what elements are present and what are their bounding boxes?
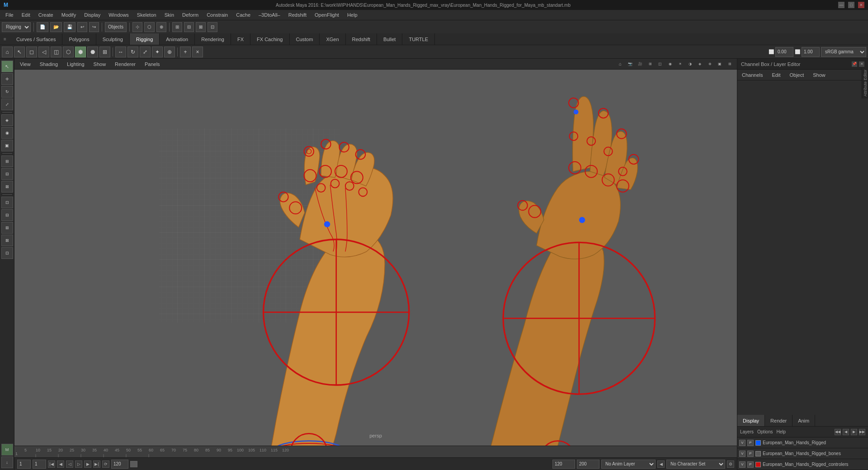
- menu-deform[interactable]: Deform: [179, 11, 202, 19]
- ctx-select[interactable]: ↖: [14, 47, 25, 57]
- tool-region[interactable]: ⊠: [1, 181, 13, 193]
- maximize-button[interactable]: □: [848, 2, 854, 8]
- vp-aov[interactable]: ◈: [695, 60, 704, 68]
- layer-item-2[interactable]: V P European_Man_Hands_Rigged_bones: [737, 448, 868, 459]
- snap1-btn[interactable]: ⊞: [172, 22, 182, 32]
- ctx-brush[interactable]: ◁: [38, 47, 49, 57]
- vp-hud[interactable]: ▣: [715, 60, 724, 68]
- snap2-btn[interactable]: ⊟: [184, 22, 194, 32]
- close-button[interactable]: ✕: [858, 2, 864, 8]
- layer-p-3[interactable]: P: [747, 461, 754, 468]
- tool-annotate[interactable]: ⊟: [1, 168, 13, 180]
- pin-btn[interactable]: 📌: [852, 61, 857, 67]
- layers-prev2-btn[interactable]: ◀: [843, 429, 849, 435]
- rp-channels[interactable]: Channels: [739, 71, 765, 79]
- tool-scale[interactable]: ⤢: [1, 99, 13, 110]
- ctx-scale[interactable]: ⤢: [140, 47, 151, 57]
- tab-redshift[interactable]: Redshift: [346, 33, 377, 45]
- vp-menu-view[interactable]: View: [17, 61, 33, 68]
- menu-windows[interactable]: Windows: [105, 11, 132, 19]
- tab-polygons[interactable]: Polygons: [62, 33, 96, 45]
- rp-tab-render[interactable]: Render: [765, 415, 793, 426]
- tool-bottom[interactable]: ↓: [1, 456, 13, 468]
- tool-move[interactable]: ✛: [1, 73, 13, 85]
- panel-close-btn[interactable]: ✕: [859, 61, 864, 67]
- tab-rendering[interactable]: Rendering: [195, 33, 231, 45]
- tab-sculpting[interactable]: Sculpting: [96, 33, 130, 45]
- ctx-soft[interactable]: ◫: [51, 47, 61, 57]
- ctx-t2[interactable]: ⬢: [75, 47, 86, 57]
- character-set-dropdown[interactable]: No Character Set: [666, 460, 725, 469]
- save-btn[interactable]: 💾: [64, 22, 75, 32]
- select-btn[interactable]: ⊹: [132, 22, 142, 32]
- vp-wire[interactable]: ◫: [656, 60, 665, 68]
- tool-artisan[interactable]: ▣: [1, 140, 13, 151]
- menu-edit[interactable]: Edit: [18, 11, 34, 19]
- ctx-home[interactable]: ⌂: [2, 47, 13, 57]
- ctx-universal[interactable]: ✦: [152, 47, 163, 57]
- tool-extra2[interactable]: ⊟: [1, 209, 13, 221]
- exposure-input[interactable]: [775, 47, 793, 57]
- vp-sel[interactable]: ⊕: [705, 60, 714, 68]
- rp-tab-anim[interactable]: Anim: [793, 415, 815, 426]
- skip-end-btn[interactable]: ▶|: [93, 461, 100, 468]
- frame-current-input[interactable]: [33, 460, 46, 469]
- tool-extra1[interactable]: ⊡: [1, 197, 13, 208]
- mode-dropdown[interactable]: Rigging: [2, 22, 31, 32]
- timeline-ruler[interactable]: 1 5 10 15 20 25 30 35 40 45 50 55 60 65 …: [14, 446, 737, 457]
- tool-extra3[interactable]: ⊞: [1, 222, 13, 234]
- vp-cam1[interactable]: 📷: [626, 60, 635, 68]
- objects-btn[interactable]: Objects: [105, 22, 127, 32]
- layer-item-3[interactable]: V P European_Man_Hands_Rigged_controlers: [737, 459, 868, 470]
- vp-menu-shading[interactable]: Shading: [37, 61, 61, 68]
- new-btn[interactable]: 📄: [37, 22, 48, 32]
- skip-start-btn[interactable]: |◀: [48, 461, 55, 468]
- vp-stereo[interactable]: ⊞: [725, 60, 734, 68]
- rp-edit[interactable]: Edit: [769, 71, 783, 79]
- vp-grid[interactable]: ⊞: [646, 60, 655, 68]
- vp-home[interactable]: ⌂: [616, 60, 625, 68]
- tool-select[interactable]: ↖: [1, 61, 13, 72]
- frame-start-input[interactable]: [17, 460, 31, 469]
- menu-modify[interactable]: Modify: [58, 11, 80, 19]
- vp-cam2[interactable]: 🎥: [636, 60, 645, 68]
- layer-v-1[interactable]: V: [739, 440, 745, 446]
- ctx-move[interactable]: ↔: [115, 47, 126, 57]
- open-btn[interactable]: 📂: [50, 22, 62, 32]
- vp-shading[interactable]: ◑: [685, 60, 694, 68]
- ctx-t1[interactable]: ⬡: [63, 47, 74, 57]
- tab-curves-surfaces[interactable]: Curves / Surfaces: [10, 33, 62, 45]
- ctx-lasso[interactable]: ◻: [26, 47, 37, 57]
- menu-cache[interactable]: Cache: [232, 11, 254, 19]
- tab-fx[interactable]: FX: [231, 33, 250, 45]
- frame-total-input[interactable]: [577, 460, 599, 469]
- vp-menu-lighting[interactable]: Lighting: [64, 61, 87, 68]
- ctx-snap2[interactable]: ×: [192, 47, 203, 57]
- snap3-btn[interactable]: ⊠: [196, 22, 206, 32]
- menu-3dtoall[interactable]: –3DtoAll–: [255, 11, 284, 19]
- prev-frame-btn[interactable]: ◀: [57, 461, 64, 468]
- rp-show[interactable]: Show: [810, 71, 828, 79]
- tab-animation[interactable]: Animation: [160, 33, 195, 45]
- layers-next2-btn[interactable]: ▶▶: [859, 429, 865, 435]
- ctx-snap1[interactable]: +: [180, 47, 191, 57]
- tool-paint[interactable]: ◉: [1, 127, 13, 139]
- layer-p-2[interactable]: P: [747, 451, 754, 457]
- tool-maya-logo[interactable]: M: [1, 444, 13, 456]
- tool-rotate[interactable]: ↻: [1, 86, 13, 98]
- paint-btn[interactable]: ⊕: [156, 22, 166, 32]
- tool-soft[interactable]: ◈: [1, 114, 13, 126]
- tab-fxcaching[interactable]: FX Caching: [250, 33, 289, 45]
- layers-prev1-btn[interactable]: ◀◀: [835, 429, 841, 435]
- loop-btn[interactable]: ⟳: [102, 461, 109, 468]
- gamma-input[interactable]: [802, 47, 820, 57]
- help-menu[interactable]: Help: [776, 429, 786, 434]
- canvas-area[interactable]: persp: [14, 70, 737, 446]
- ctx-paint[interactable]: ⊕: [164, 47, 175, 57]
- layers-next1-btn[interactable]: ▶: [851, 429, 857, 435]
- vp-menu-renderer[interactable]: Renderer: [112, 61, 138, 68]
- options-menu[interactable]: Options: [757, 429, 773, 434]
- minimize-button[interactable]: —: [838, 2, 844, 8]
- menu-file[interactable]: File: [2, 11, 17, 19]
- attreditor-tab[interactable]: Attribute Editor: [862, 68, 868, 99]
